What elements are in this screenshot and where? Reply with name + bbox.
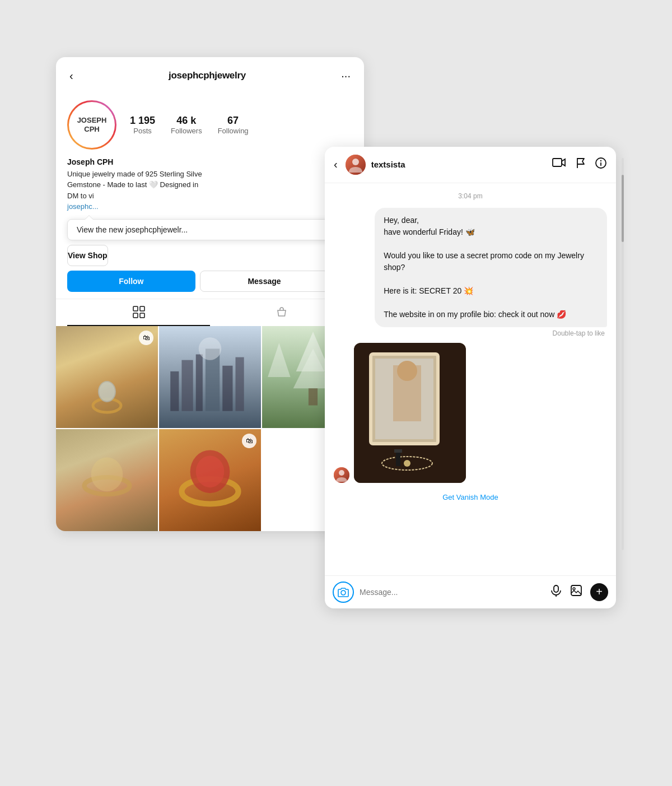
- svg-rect-8: [196, 354, 203, 411]
- svg-point-44: [573, 588, 575, 590]
- svg-rect-43: [571, 585, 581, 596]
- shop-badge-1: 🛍: [139, 331, 153, 345]
- followers-label: Followers: [171, 127, 202, 135]
- posts-stat[interactable]: 1 195 Posts: [130, 115, 155, 135]
- svg-point-40: [341, 590, 346, 595]
- profile-header: ‹ josephcphjewelry ···: [56, 57, 364, 90]
- dm-back-button[interactable]: ‹: [334, 158, 338, 171]
- svg-point-37: [404, 460, 410, 467]
- dm-input-bar: +: [325, 575, 616, 608]
- followers-stat[interactable]: 46 k Followers: [171, 115, 202, 135]
- message-bubble[interactable]: Hey, dear,have wonderful Friday! 🦋Would …: [375, 208, 607, 327]
- message-time: 3:04 pm: [334, 192, 607, 200]
- svg-marker-16: [268, 343, 290, 377]
- camera-icon: [338, 587, 349, 597]
- autocomplete-dropdown[interactable]: View the new josephcphjewelr...: [67, 219, 353, 240]
- shop-badge-5: 🛍: [242, 434, 256, 448]
- camera-button[interactable]: [333, 582, 354, 603]
- following-stat[interactable]: 67 Following: [218, 115, 249, 135]
- svg-rect-2: [133, 313, 138, 318]
- photo-cell-4[interactable]: [56, 429, 158, 531]
- svg-point-5: [99, 382, 115, 402]
- profile-bio: Joseph CPH Unique jewelry made of 925 St…: [56, 155, 364, 219]
- followers-count: 46 k: [176, 115, 196, 127]
- profile-stats-row: JOSEPH CPH 1 195 Posts 46 k Followers 67…: [56, 90, 364, 155]
- dm-input-actions: +: [550, 583, 608, 601]
- svg-rect-10: [222, 365, 232, 411]
- shop-icon: [276, 306, 288, 319]
- photo-cell-5[interactable]: 🛍: [159, 429, 261, 531]
- view-shop-button[interactable]: View Shop: [67, 245, 108, 266]
- posts-count: 1 195: [130, 115, 155, 127]
- svg-rect-7: [181, 360, 193, 411]
- avatar-line2: CPH: [77, 125, 107, 134]
- microphone-icon[interactable]: [550, 584, 562, 600]
- dm-header: ‹ textsista: [325, 147, 616, 183]
- svg-point-28: [600, 160, 601, 161]
- tab-grid[interactable]: [67, 299, 210, 326]
- svg-point-35: [397, 361, 417, 381]
- stats-group: 1 195 Posts 46 k Followers 67 Following: [130, 115, 249, 135]
- grid-icon: [133, 306, 145, 318]
- photo-grid: 🛍: [56, 326, 364, 531]
- vanish-mode-button[interactable]: Get Vanish Mode: [334, 489, 607, 506]
- dm-card: ‹ textsista: [325, 147, 616, 608]
- svg-rect-41: [554, 585, 558, 592]
- message-button[interactable]: Message: [200, 271, 329, 292]
- dm-username: textsista: [371, 160, 547, 169]
- svg-rect-6: [170, 371, 179, 411]
- sender-avatar: [334, 467, 349, 483]
- follow-button[interactable]: Follow: [67, 271, 195, 292]
- more-options-button[interactable]: ···: [339, 67, 353, 85]
- following-label: Following: [218, 127, 249, 135]
- message-text: Hey, dear,have wonderful Friday! 🦋Would …: [384, 216, 584, 319]
- following-count: 67: [227, 115, 239, 127]
- profile-tabs: [56, 299, 364, 326]
- add-content-button[interactable]: +: [590, 583, 608, 601]
- bio-link[interactable]: josephc...: [67, 202, 99, 211]
- bio-description: Unique jewelry made of 925 Sterling Silv…: [67, 169, 353, 212]
- info-icon[interactable]: [595, 157, 607, 172]
- profile-username: josephcphjewelry: [169, 70, 246, 81]
- dm-avatar-person-icon: [346, 155, 366, 175]
- dm-image-message: [334, 343, 607, 483]
- svg-rect-25: [553, 159, 562, 166]
- bio-display-name: Joseph CPH: [67, 157, 353, 166]
- tooltip-text: View the new josephcphjewelr...: [77, 225, 188, 234]
- message-bubble-wrap: Hey, dear,have wonderful Friday! 🦋Would …: [334, 208, 607, 327]
- svg-rect-15: [309, 388, 318, 405]
- message-input[interactable]: [360, 588, 544, 597]
- svg-point-24: [352, 159, 359, 165]
- svg-rect-11: [236, 357, 244, 411]
- photo-cell-2[interactable]: [159, 326, 261, 428]
- scrollbar-thumb[interactable]: [622, 175, 624, 242]
- posts-label: Posts: [133, 127, 152, 135]
- scrollbar[interactable]: [622, 158, 624, 550]
- svg-point-12: [199, 337, 221, 360]
- dm-body: 3:04 pm Hey, dear,have wonderful Friday!…: [325, 183, 616, 575]
- svg-point-30: [339, 470, 344, 476]
- action-row: Follow Message ›: [56, 271, 364, 299]
- back-button[interactable]: ‹: [67, 67, 76, 85]
- dm-shared-image[interactable]: [354, 343, 466, 483]
- svg-rect-39: [394, 449, 402, 453]
- video-call-icon[interactable]: [552, 157, 567, 171]
- avatar[interactable]: JOSEPH CPH: [67, 100, 116, 150]
- svg-point-22: [196, 455, 225, 487]
- image-icon[interactable]: [570, 584, 582, 600]
- profile-card: ‹ josephcphjewelry ··· JOSEPH CPH 1 195 …: [56, 57, 364, 531]
- svg-point-19: [91, 457, 123, 491]
- flag-icon[interactable]: [575, 157, 587, 172]
- svg-rect-1: [140, 306, 144, 311]
- svg-rect-0: [133, 306, 138, 311]
- dm-header-actions: [552, 157, 607, 172]
- photo-cell-1[interactable]: 🛍: [56, 326, 158, 428]
- plus-icon: +: [596, 585, 603, 598]
- avatar-line1: JOSEPH: [77, 116, 107, 125]
- svg-rect-3: [140, 313, 144, 318]
- dm-avatar[interactable]: [346, 155, 366, 175]
- double-tap-hint: Double-tap to like: [334, 329, 607, 337]
